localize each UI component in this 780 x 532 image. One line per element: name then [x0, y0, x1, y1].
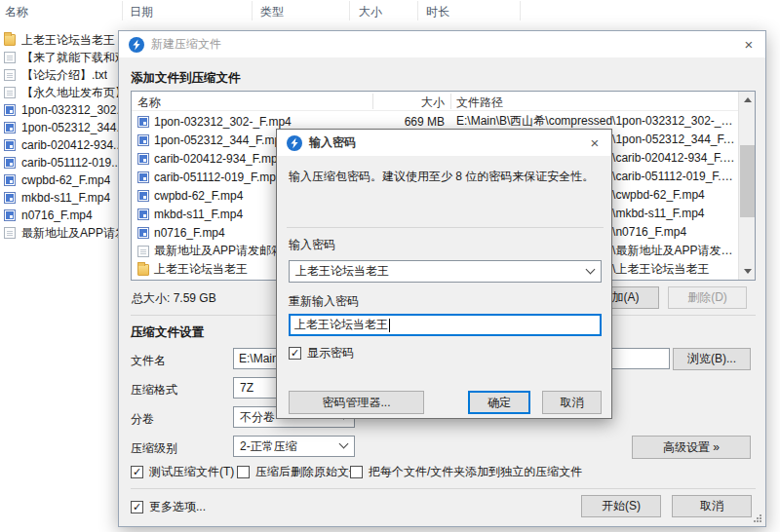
column-divider[interactable]: [349, 1, 350, 20]
explorer-file-item[interactable]: 【来了就能下载和观...: [4, 49, 119, 66]
scrollbar-thumb[interactable]: [740, 145, 755, 217]
list-column-path[interactable]: 文件路径: [456, 95, 503, 111]
divider: [287, 227, 604, 228]
reenter-password-value: 上老王论坛当老王: [294, 317, 388, 333]
file-name-label: 【论坛介绍】.txt: [21, 67, 107, 84]
file-name-label: 上老王论坛当老王: [21, 32, 115, 49]
enter-password-combobox[interactable]: 上老王论坛当老王: [289, 260, 602, 283]
test-archive-checkbox[interactable]: ✓ 测试压缩文件(T): [131, 464, 234, 480]
column-type[interactable]: 类型: [260, 4, 284, 20]
row-file-name: n0716_F.mp4: [154, 226, 225, 240]
file-type-icon: [4, 227, 16, 239]
dialog-titlebar[interactable]: 新建压缩文件 ×: [119, 31, 765, 57]
list-header: 名称 大小 文件路径: [132, 92, 738, 111]
separate-archives-checkbox[interactable]: 把每个文件/文件夹添加到独立的压缩文件: [350, 464, 582, 480]
scroll-up-icon[interactable]: [739, 92, 756, 108]
explorer-file-item[interactable]: 最新地址及APP请发...: [4, 224, 119, 242]
delete-original-checkbox[interactable]: 压缩后删除原始文件: [237, 464, 361, 480]
column-divider[interactable]: [372, 94, 373, 109]
browse-button[interactable]: 浏览(B)...: [673, 348, 751, 370]
resize-grip[interactable]: [753, 513, 762, 523]
file-name-label: cwpbd-62_F.mp4: [21, 173, 110, 187]
explorer-file-item[interactable]: 【永久地址发布页】...: [4, 84, 119, 101]
file-type-icon: [137, 190, 149, 202]
column-divider[interactable]: [122, 1, 123, 20]
row-file-name: 1pon-052312_344_F.mp4: [154, 133, 288, 147]
file-type-icon: [4, 87, 16, 98]
file-type-icon: [137, 171, 149, 183]
explorer-file-item[interactable]: cwpbd-62_F.mp4: [4, 171, 119, 189]
explorer-file-item[interactable]: mkbd-s11_F.mp4: [4, 189, 119, 207]
cancel-button[interactable]: 取消: [542, 391, 602, 414]
file-name-label: 【永久地址发布页】...: [21, 85, 119, 101]
file-type-icon: [137, 264, 149, 276]
column-date[interactable]: 日期: [130, 4, 153, 20]
file-type-icon: [4, 209, 16, 221]
row-file-name: mkbd-s11_F.mp4: [154, 208, 243, 221]
enter-password-label: 输入密码: [289, 237, 335, 253]
close-icon[interactable]: ×: [578, 130, 611, 156]
format-label: 压缩格式: [131, 382, 177, 399]
advanced-settings-button[interactable]: 高级设置 »: [632, 436, 751, 459]
row-file-name: 1pon-032312_302-_F.mp4: [154, 115, 292, 129]
explorer-column-header: 名称 日期 类型 大小 时长: [0, 0, 780, 21]
bandizip-logo-icon: [287, 135, 302, 151]
column-duration[interactable]: 时长: [426, 4, 449, 20]
explorer-file-item[interactable]: 1pon-052312_344...: [4, 119, 119, 136]
level-value: 2-正常压缩: [240, 438, 297, 455]
divider: [131, 488, 756, 489]
close-icon[interactable]: ×: [732, 31, 765, 57]
dialog-title: 新建压缩文件: [151, 36, 221, 53]
checkbox-checked-icon: ✓: [289, 347, 301, 360]
column-name[interactable]: 名称: [5, 4, 28, 20]
chevron-down-icon: [586, 264, 596, 274]
column-divider[interactable]: [520, 1, 521, 20]
explorer-file-item[interactable]: n0716_F.mp4: [4, 207, 119, 224]
explorer-file-item[interactable]: carib-051112-019...: [4, 154, 119, 171]
file-type-icon: [4, 104, 16, 116]
enter-password-value: 上老王论坛当老王: [295, 263, 389, 280]
reenter-password-label: 重新输入密码: [289, 293, 359, 310]
row-file-name: cwpbd-62_F.mp4: [154, 189, 243, 203]
file-type-icon: [137, 209, 149, 220]
explorer-file-item[interactable]: carib-020412-934...: [4, 136, 119, 154]
format-value: 7Z: [240, 381, 254, 395]
more-options-checkbox[interactable]: ✓ 更多选项...: [131, 499, 206, 515]
file-name-label: carib-020412-934...: [21, 138, 119, 152]
file-name-label: n0716_F.mp4: [21, 209, 93, 222]
file-name-label: mkbd-s11_F.mp4: [21, 191, 110, 205]
reenter-password-input[interactable]: 上老王论坛当老王: [289, 314, 602, 336]
explorer-file-item[interactable]: 1pon-032312_302...: [4, 101, 119, 119]
section-title: 添加文件到压缩文件: [131, 70, 241, 87]
show-password-checkbox[interactable]: ✓ 显示密码: [289, 345, 354, 361]
explorer-file-item[interactable]: 上老王论坛当老王: [4, 31, 119, 49]
list-column-size[interactable]: 大小: [378, 95, 445, 111]
file-name-label: 1pon-032312_302...: [21, 103, 119, 117]
list-column-name[interactable]: 名称: [137, 95, 161, 111]
dialog-titlebar[interactable]: 输入密码 ×: [277, 130, 611, 156]
start-button[interactable]: 开始(S): [581, 495, 661, 517]
explorer-file-item[interactable]: 【论坛介绍】.txt: [4, 66, 119, 84]
list-scrollbar[interactable]: [738, 92, 755, 280]
file-type-icon: [4, 157, 16, 169]
file-type-icon: [4, 34, 16, 46]
column-divider[interactable]: [252, 1, 253, 20]
file-type-icon: [4, 122, 16, 133]
level-select[interactable]: 2-正常压缩: [233, 436, 355, 457]
column-divider[interactable]: [417, 1, 418, 20]
cancel-button[interactable]: 取消: [672, 495, 752, 517]
password-manager-button[interactable]: 密码管理器...: [289, 391, 424, 414]
ok-button[interactable]: 确定: [468, 391, 530, 414]
checkbox-unchecked-icon: [237, 466, 250, 478]
password-hint-text: 输入压缩包密码。建议使用至少 8 位的密码来保证安全性。: [289, 169, 603, 185]
row-file-name: carib-051112-019_F.mp4: [154, 171, 283, 184]
checkbox-label: 更多选项...: [149, 499, 206, 515]
column-size[interactable]: 大小: [359, 4, 382, 20]
scroll-down-icon[interactable]: [739, 263, 756, 280]
checkbox-label: 显示密码: [307, 345, 354, 361]
column-divider[interactable]: [450, 94, 451, 109]
file-name-label: 1pon-052312_344...: [21, 121, 119, 134]
file-type-icon: [137, 134, 149, 146]
file-type-icon: [137, 116, 149, 128]
volume-value: 不分卷: [240, 409, 275, 426]
